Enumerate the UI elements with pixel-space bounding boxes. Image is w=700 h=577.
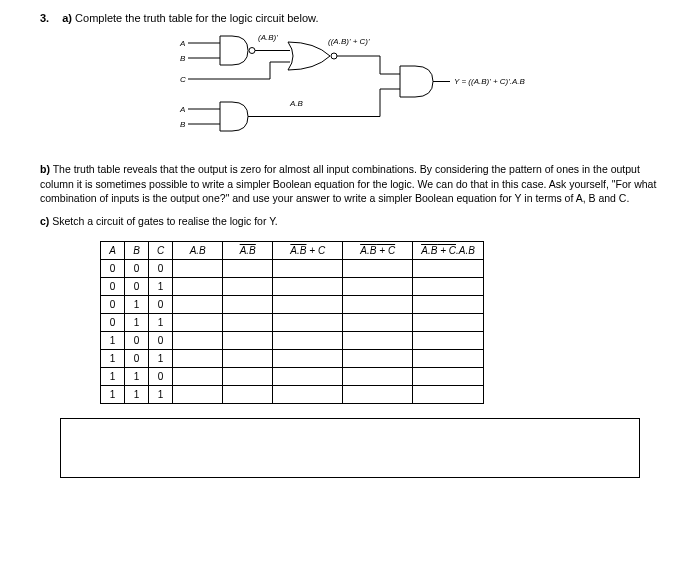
header-abc-bar: A.B + C <box>343 241 413 259</box>
table-row: 011 <box>101 313 484 331</box>
table-body: 000 001 010 011 100 101 110 111 <box>101 259 484 403</box>
answer-box <box>60 418 640 478</box>
table-row: 000 <box>101 259 484 277</box>
part-c-label: c) <box>40 215 49 227</box>
table-row: 101 <box>101 349 484 367</box>
header-final: A.B + C.A.B <box>413 241 484 259</box>
table-row: 111 <box>101 385 484 403</box>
input-a1: A <box>179 39 185 48</box>
and-gate-2-icon <box>220 102 248 131</box>
header-abc: A.B + C <box>273 241 343 259</box>
header-ab: A.B <box>173 241 223 259</box>
question-number: 3. <box>40 12 49 24</box>
part-a-label: a) <box>62 12 72 24</box>
part-b-text: The truth table reveals that the output … <box>40 163 656 204</box>
nand-gate-1-icon <box>220 36 248 65</box>
header-a: A <box>101 241 125 259</box>
input-b1: B <box>180 54 186 63</box>
final-and-gate-icon <box>400 66 433 97</box>
or1-label: ((A.B)' + C)' <box>328 37 370 46</box>
input-b2: B <box>180 120 186 129</box>
part-b-label: b) <box>40 163 50 175</box>
svg-point-7 <box>331 53 337 59</box>
question-header: 3. a) Complete the truth table for the l… <box>40 12 660 24</box>
header-c: C <box>149 241 173 259</box>
table-header-row: A B C A.B A.B A.B + C A.B + C A.B + C.A.… <box>101 241 484 259</box>
table-row: 110 <box>101 367 484 385</box>
header-b: B <box>125 241 149 259</box>
table-row: 010 <box>101 295 484 313</box>
part-a-text: Complete the truth table for the logic c… <box>75 12 318 24</box>
and2-label: A.B <box>289 99 304 108</box>
circuit-diagram: A B (A.B)' C ((A.B)' + C)' A B A.B <box>40 34 660 146</box>
part-b: b) The truth table reveals that the outp… <box>40 162 660 206</box>
truth-table: A B C A.B A.B A.B + C A.B + C A.B + C.A.… <box>100 241 484 404</box>
truth-table-container: A B C A.B A.B A.B + C A.B + C A.B + C.A.… <box>100 241 660 404</box>
nor-gate-icon <box>288 42 330 70</box>
output-label: Y = ((A.B)' + C)'.A.B <box>454 77 526 86</box>
part-c-text: Sketch a circuit of gates to realise the… <box>52 215 277 227</box>
svg-point-2 <box>249 48 255 54</box>
input-c: C <box>180 75 186 84</box>
part-c: c) Sketch a circuit of gates to realise … <box>40 214 660 229</box>
table-row: 100 <box>101 331 484 349</box>
input-a2: A <box>179 105 185 114</box>
nand1-label: (A.B)' <box>258 34 278 42</box>
header-ab-bar: A.B <box>223 241 273 259</box>
table-row: 001 <box>101 277 484 295</box>
